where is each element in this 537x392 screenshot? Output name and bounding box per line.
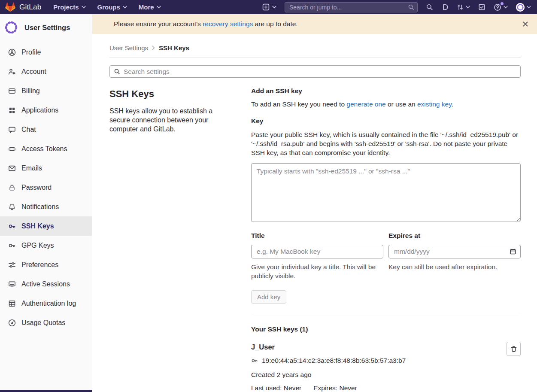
breadcrumb-ssh-keys: SSH Keys: [159, 44, 189, 52]
sidebar-item-profile[interactable]: Profile: [0, 43, 92, 62]
menu-label: More: [139, 3, 154, 11]
navbar-menus: Projects Groups More: [53, 3, 161, 11]
sidebar-item-active-sessions[interactable]: Active Sessions: [0, 274, 92, 294]
sidebar-item-label: Usage Quotas: [21, 319, 65, 327]
password-icon: [8, 184, 16, 191]
todos-icon[interactable]: [478, 3, 485, 11]
chevron-down-icon: [272, 6, 276, 9]
ssh-keys-icon: [8, 222, 16, 230]
sidebar-item-label: Applications: [21, 106, 58, 114]
sidebar-bottom-bar: [0, 390, 92, 392]
sidebar-item-usage-quotas[interactable]: Usage Quotas: [0, 313, 92, 332]
help-dropdown[interactable]: [494, 3, 508, 11]
settings-sidebar: User Settings Profile Account Billing Ap…: [0, 14, 92, 392]
sidebar-item-gpg-keys[interactable]: GPG Keys: [0, 236, 92, 255]
sidebar-item-label: Profile: [21, 49, 41, 56]
existing-key-link[interactable]: existing key: [417, 100, 452, 108]
trash-icon: [510, 346, 517, 352]
page-description: SSH keys allow you to establish a secure…: [109, 106, 234, 134]
sidebar-header: User Settings: [0, 14, 92, 43]
sidebar-item-chat[interactable]: Chat: [0, 120, 92, 139]
gitlab-tanuki-logo-icon: [5, 2, 15, 12]
usage-quotas-icon: [8, 319, 16, 327]
sidebar-item-label: Chat: [21, 126, 36, 134]
menu-label: Groups: [97, 3, 120, 11]
avatar: [3, 19, 19, 36]
title-input[interactable]: [251, 245, 383, 258]
global-search-input[interactable]: [285, 2, 418, 12]
plus-square-icon: [262, 3, 270, 11]
chat-icon: [8, 126, 16, 134]
sidebar-item-label: Emails: [21, 164, 42, 172]
generate-one-link[interactable]: generate one: [346, 100, 385, 108]
recovery-settings-alert: Please ensure your account's recovery se…: [92, 14, 537, 34]
preferences-icon: [8, 261, 16, 269]
sidebar-item-billing[interactable]: Billing: [0, 81, 92, 100]
add-key-button[interactable]: Add key: [251, 290, 286, 304]
key-help-text: Paste your public SSH key, which is usua…: [251, 130, 521, 157]
sidebar-item-ssh-keys[interactable]: SSH Keys: [0, 216, 92, 236]
calendar-icon[interactable]: [510, 248, 516, 255]
sidebar-item-label: SSH Keys: [21, 222, 54, 230]
chevron-right-icon: [152, 46, 155, 50]
delete-key-button[interactable]: [507, 342, 521, 356]
sidebar-item-label: Billing: [21, 87, 40, 95]
breadcrumb-user-settings[interactable]: User Settings: [109, 44, 148, 52]
alert-text-after: are up to date.: [253, 20, 297, 27]
ssh-key-expires: Expires: Never: [313, 384, 357, 392]
ssh-key-list-item: J_User 19:e0:44:a5:14:c2:3a:e8:f8:48:8b:…: [251, 343, 521, 392]
expires-at-label: Expires at: [388, 232, 521, 240]
sidebar-item-preferences[interactable]: Preferences: [0, 255, 92, 274]
title-label: Title: [251, 232, 383, 240]
expires-help-text: Key can still be used after expiration.: [388, 262, 521, 271]
sidebar-item-label: Account: [21, 68, 46, 76]
applications-icon: [8, 106, 16, 114]
menu-label: Projects: [53, 3, 79, 11]
notifications-icon: [8, 203, 16, 211]
intro-text: To add an SSH key you need to: [251, 100, 346, 108]
chevron-down-icon: [466, 6, 470, 9]
notification-dot: [501, 2, 504, 5]
authentication-log-icon: [8, 300, 16, 307]
sidebar-item-label: Preferences: [21, 261, 58, 269]
sidebar-item-label: Password: [21, 184, 52, 191]
settings-search-input[interactable]: [109, 65, 521, 78]
title-help-text: Give your individual key a title. This w…: [251, 262, 383, 280]
user-avatar-dropdown[interactable]: [516, 3, 531, 12]
merge-requests-dropdown[interactable]: [457, 4, 470, 11]
ssh-key-title: J_User: [251, 343, 521, 351]
access-tokens-icon: [8, 145, 16, 153]
sidebar-item-emails[interactable]: Emails: [0, 158, 92, 178]
sidebar-item-label: Access Tokens: [21, 145, 67, 153]
navbar-menu-projects[interactable]: Projects: [53, 3, 85, 11]
sidebar-item-notifications[interactable]: Notifications: [0, 197, 92, 216]
sidebar-item-label: GPG Keys: [21, 242, 54, 249]
search-button[interactable]: [426, 3, 433, 11]
navbar-menu-groups[interactable]: Groups: [97, 3, 127, 11]
sidebar-item-account[interactable]: Account: [0, 62, 92, 81]
new-item-dropdown[interactable]: [262, 3, 276, 11]
recovery-settings-link[interactable]: recovery settings: [203, 20, 253, 27]
brand-name: GitLab: [19, 3, 41, 12]
sidebar-item-access-tokens[interactable]: Access Tokens: [0, 139, 92, 158]
sidebar-item-password[interactable]: Password: [0, 178, 92, 197]
navbar-menu-more[interactable]: More: [139, 3, 161, 11]
gitlab-home-link[interactable]: GitLab: [5, 2, 41, 12]
alert-close-button[interactable]: [521, 19, 530, 29]
sidebar-item-applications[interactable]: Applications: [0, 100, 92, 120]
expires-at-input[interactable]: [388, 245, 521, 258]
search-icon: [408, 4, 414, 10]
breadcrumb-divider: [109, 57, 521, 58]
sidebar-item-label: Notifications: [21, 203, 59, 211]
avatar: [516, 3, 525, 12]
key-icon: [251, 357, 258, 364]
issues-icon[interactable]: [441, 3, 449, 11]
global-search: [285, 2, 418, 12]
main-content: Please ensure your account's recovery se…: [92, 14, 537, 392]
ssh-key-created: Created 2 years ago: [251, 371, 521, 379]
form-heading: Add an SSH key: [251, 87, 521, 95]
ssh-key-textarea[interactable]: [251, 163, 521, 222]
chevron-down-icon: [527, 6, 531, 9]
alert-text-before: Please ensure your account's: [114, 20, 203, 27]
sidebar-item-authentication-log[interactable]: Authentication log: [0, 294, 92, 313]
